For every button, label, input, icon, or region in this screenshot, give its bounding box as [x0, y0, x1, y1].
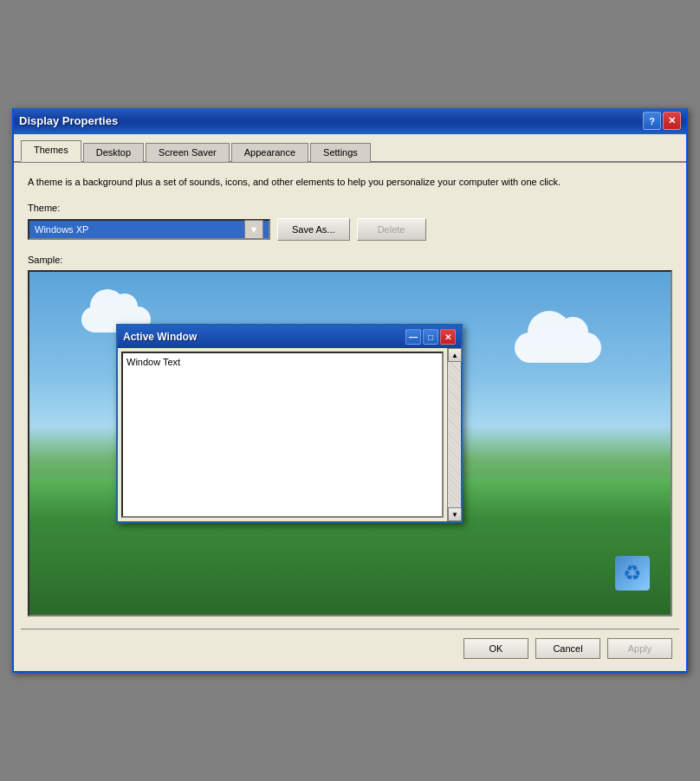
close-button[interactable]: ✕ — [663, 112, 681, 130]
theme-dropdown[interactable]: Windows XP ▼ — [28, 219, 270, 240]
theme-label: Theme: — [28, 203, 672, 213]
tab-desktop[interactable]: Desktop — [83, 143, 144, 162]
inner-close-button[interactable]: ✕ — [440, 329, 456, 345]
inner-minimize-button[interactable]: — — [405, 329, 421, 345]
scroll-track[interactable] — [448, 362, 461, 507]
tab-appearance[interactable]: Appearance — [231, 143, 308, 162]
dialog-footer: OK Cancel Apply — [14, 629, 686, 671]
inner-window-title: Active Window — [123, 331, 405, 343]
theme-row: Windows XP ▼ Save As... Delete — [28, 218, 672, 241]
delete-button[interactable]: Delete — [357, 218, 426, 241]
tab-settings[interactable]: Settings — [310, 143, 371, 162]
inner-content: Window Text ▲ ▼ — [118, 348, 461, 521]
description-text: A theme is a background plus a set of so… — [28, 175, 672, 190]
scroll-up-button[interactable]: ▲ — [448, 348, 462, 362]
inner-text-area: Window Text — [121, 352, 444, 518]
theme-value: Windows XP — [35, 224, 241, 235]
sample-label: Sample: — [28, 255, 672, 265]
inner-window-controls: — □ ✕ — [405, 329, 456, 345]
apply-button[interactable]: Apply — [607, 638, 672, 659]
ok-button[interactable]: OK — [463, 638, 528, 659]
display-properties-dialog: Display Properties ? ✕ Themes Desktop Sc… — [12, 108, 688, 674]
sample-preview: Active Window — □ ✕ Window Text ▲ — [28, 270, 672, 616]
dropdown-arrow-icon[interactable]: ▼ — [244, 220, 263, 239]
recycle-glyph: ♻ — [623, 561, 642, 585]
recycle-bin[interactable]: ♻ — [612, 556, 653, 597]
tab-screen-saver[interactable]: Screen Saver — [146, 143, 230, 162]
inner-title-bar: Active Window — □ ✕ — [118, 326, 461, 348]
cloud-2 — [515, 332, 601, 363]
window-title: Display Properties — [19, 114, 643, 127]
recycle-bin-icon: ♻ — [615, 556, 650, 591]
help-button[interactable]: ? — [643, 112, 661, 130]
window-text: Window Text — [126, 357, 180, 367]
title-bar: Display Properties ? ✕ — [14, 108, 686, 134]
inner-maximize-button[interactable]: □ — [423, 329, 438, 345]
inner-window: Active Window — □ ✕ Window Text ▲ — [116, 324, 463, 523]
wallpaper: Active Window — □ ✕ Window Text ▲ — [29, 272, 671, 615]
cancel-button[interactable]: Cancel — [535, 638, 600, 659]
scroll-down-button[interactable]: ▼ — [448, 507, 462, 521]
title-bar-controls: ? ✕ — [643, 112, 681, 130]
tab-themes[interactable]: Themes — [21, 140, 81, 162]
save-as-button[interactable]: Save As... — [277, 218, 350, 241]
arrow-glyph: ▼ — [250, 224, 259, 235]
inner-scrollbar: ▲ ▼ — [447, 348, 461, 521]
tab-strip: Themes Desktop Screen Saver Appearance S… — [14, 134, 686, 163]
content-area: A theme is a background plus a set of so… — [14, 163, 686, 629]
